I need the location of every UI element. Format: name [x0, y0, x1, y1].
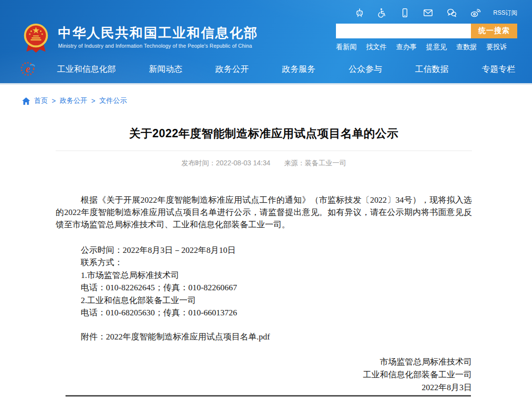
mail-icon[interactable]	[422, 7, 434, 18]
contact-org-1: 1.市场监管总局标准技术司	[56, 269, 472, 281]
attachment-pdf-link[interactable]: 附件：2022年度智能制造标准应用试点项目名单.pdf	[81, 332, 270, 341]
site-header: RSS订阅 中华人民共和国工业和信息化部 Ministry of Industr…	[0, 0, 532, 85]
signature-date: 2022年8月3日	[56, 381, 472, 394]
home-icon[interactable]	[22, 97, 30, 105]
masthead: 中华人民共和国工业和信息化部 Ministry of Industry and …	[0, 19, 532, 56]
breadcrumb-gov-disclosure[interactable]: 政务公开	[60, 96, 87, 105]
nav-item-gov-disclosure[interactable]: 政务公开	[215, 63, 249, 75]
quick-link-complaints[interactable]: 要投诉	[486, 43, 507, 52]
mobile-icon[interactable]	[399, 7, 410, 18]
site-title: 中华人民共和国工业和信息化部	[58, 26, 258, 41]
page-title: 关于2022年度智能制造标准应用试点项目名单的公示	[56, 126, 472, 141]
breadcrumb-separator: >	[52, 97, 56, 105]
title-divider	[56, 151, 472, 151]
weibo-icon[interactable]	[469, 7, 481, 18]
article: 关于2022年度智能制造标准应用试点项目名单的公示 发布时间：2022-08-0…	[56, 126, 472, 397]
quick-link-services[interactable]: 查办事	[396, 43, 417, 52]
nav-item-miit[interactable]: 工业和信息化部	[57, 63, 116, 75]
nav-item-public-participation[interactable]: 公众参与	[349, 63, 382, 75]
quick-link-files[interactable]: 找文件	[366, 43, 387, 52]
quick-links: 看新闻 找文件 查办事 提意见 查数据 要投诉	[336, 43, 517, 52]
site-identity: 中华人民共和国工业和信息化部 Ministry of Industry and …	[58, 26, 258, 49]
publicity-period: 公示时间：2022年8月3日－2022年8月10日	[56, 244, 472, 256]
assistant-robot-icon[interactable]	[354, 7, 365, 18]
source: 来源：装备工业一司	[284, 159, 346, 167]
search-input[interactable]	[336, 24, 471, 38]
nav-items: 工业和信息化部 新闻动态 政务公开 政务服务 公众参与 工信数据 专题专栏	[57, 63, 515, 75]
nav-item-special-topics[interactable]: 专题专栏	[482, 63, 515, 75]
unified-search-button[interactable]: 统一搜索	[471, 24, 517, 38]
utility-bar: RSS订阅	[0, 0, 532, 19]
signature-org-2: 工业和信息化部装备工业一司	[56, 369, 472, 381]
rss-subscribe-link[interactable]: RSS订阅	[493, 9, 517, 17]
attachment-line: 附件：2022年度智能制造标准应用试点项目名单.pdf	[56, 331, 472, 343]
svg-text:e: e	[25, 63, 30, 75]
quick-link-suggestions[interactable]: 提意见	[426, 43, 447, 52]
nav-item-data[interactable]: 工信数据	[415, 63, 449, 75]
publish-time: 发布时间：2022-08-03 14:34	[181, 159, 270, 167]
contact-phone-1: 电话：010-82262645；传真：010-82260667	[56, 281, 472, 294]
contact-heading: 联系方式：	[56, 256, 472, 269]
nav-item-gov-services[interactable]: 政务服务	[282, 63, 315, 75]
article-body: 根据《关于开展2022年度智能制造标准应用试点工作的通知》（市监标技发〔2022…	[56, 194, 472, 394]
search-area: 统一搜索 看新闻 找文件 查办事 提意见 查数据 要投诉	[336, 24, 517, 52]
breadcrumb-separator: >	[91, 97, 95, 105]
paragraph: 根据《关于开展2022年度智能制造标准应用试点工作的通知》（市监标技发〔2022…	[56, 194, 472, 231]
main-nav: e 工业和信息化部 新闻动态 政务公开 政务服务 公众参与 工信数据 专题专栏	[0, 56, 532, 82]
breadcrumb: 首页 > 政务公开 > 文件公示	[0, 85, 532, 105]
signature-block: 市场监管总局标准技术司 工业和信息化部装备工业一司 2022年8月3日	[56, 356, 472, 394]
quick-link-news[interactable]: 看新闻	[336, 43, 357, 52]
wechat-icon[interactable]	[446, 7, 458, 18]
contact-phone-2: 电话：010-68205630；传真：010-66013726	[56, 307, 472, 319]
gov-portal-e-icon[interactable]: e	[20, 60, 36, 78]
nav-item-news[interactable]: 新闻动态	[149, 63, 182, 75]
accessibility-icon[interactable]	[377, 7, 388, 18]
site-subtitle: Ministry of Industry and Information Tec…	[58, 43, 258, 49]
national-emblem-logo	[21, 21, 51, 54]
article-meta: 发布时间：2022-08-03 14:34 来源：装备工业一司	[56, 159, 472, 168]
quick-link-data[interactable]: 查数据	[456, 43, 477, 52]
breadcrumb-home[interactable]: 首页	[34, 96, 48, 105]
contact-org-2: 2.工业和信息化部装备工业一司	[56, 294, 472, 307]
signature-org-1: 市场监管总局标准技术司	[56, 356, 472, 369]
bottom-divider	[66, 395, 471, 397]
contact-info: 公示时间：2022年8月3日－2022年8月10日 联系方式： 1.市场监管总局…	[56, 244, 472, 319]
breadcrumb-file-publicity[interactable]: 文件公示	[99, 96, 127, 105]
